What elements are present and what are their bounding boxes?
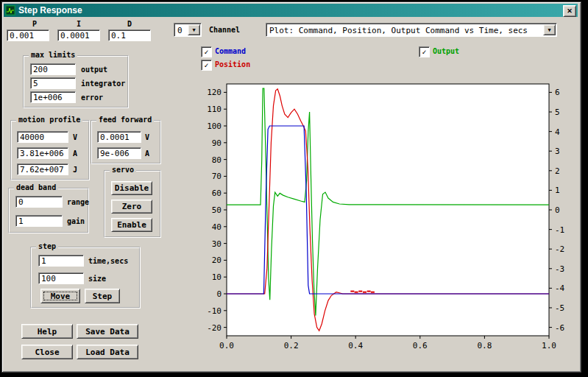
right-tick-label: 1: [555, 186, 560, 195]
x-tick-label: 0.2: [284, 341, 299, 350]
left-tick-label: 40: [212, 222, 222, 232]
right-tick-label: 0: [555, 205, 560, 215]
position-noise-mark: [355, 292, 358, 293]
plot-select-value: Plot: Command, Position, Output Command …: [269, 26, 528, 35]
close-window-button[interactable]: Close: [21, 345, 73, 359]
ff-accel-label: A: [145, 149, 149, 158]
zero-button[interactable]: Zero: [111, 200, 152, 214]
plot-select[interactable]: Plot: Command, Position, Output Command …: [266, 23, 557, 37]
motion-profile-title: motion profile: [16, 116, 82, 124]
left-tick-label: 30: [212, 239, 222, 249]
output-checkbox-label: Output: [433, 47, 459, 55]
right-tick-label: -2: [555, 244, 564, 254]
move-button-label: Move: [51, 292, 71, 301]
p-label: P: [13, 20, 57, 28]
left-tick-label: 90: [212, 138, 222, 148]
disable-button[interactable]: Disable: [111, 181, 152, 195]
channel-dropdown-icon[interactable]: ▼: [188, 24, 200, 35]
p-input[interactable]: [7, 29, 49, 41]
right-tick-label: 5: [555, 108, 560, 117]
max-error-input[interactable]: [30, 91, 76, 103]
left-tick-label: 100: [207, 121, 222, 131]
ff-accel-input[interactable]: [97, 147, 141, 159]
step-group: step time,secs size Move Step: [30, 247, 141, 309]
step-button[interactable]: Step: [85, 289, 120, 303]
dead-band-gain-label: gain: [67, 217, 85, 225]
max-output-label: output: [81, 66, 107, 74]
close-button[interactable]: ✕: [563, 5, 576, 17]
i-input[interactable]: [57, 29, 100, 41]
x-tick-label: 0.4: [348, 341, 363, 350]
accel-label: A: [73, 149, 77, 158]
max-limits-title: max limits: [29, 51, 77, 59]
left-tick-label: -20: [207, 323, 222, 333]
jerk-input[interactable]: [17, 163, 68, 175]
chart-panel: -20-100102030405060708090100110120-6-5-4…: [170, 71, 578, 364]
right-tick-label: -1: [555, 225, 564, 235]
feed-forward-title: feed forward: [96, 116, 154, 124]
left-tick-label: -10: [207, 306, 222, 316]
position-noise-mark: [367, 291, 371, 292]
step-size-input[interactable]: [38, 272, 84, 284]
x-tick-label: 0.8: [477, 341, 492, 350]
check-icon: ✓: [422, 48, 426, 56]
ff-velocity-input[interactable]: [97, 131, 141, 143]
d-input[interactable]: [108, 29, 151, 41]
dead-band-range-label: range: [67, 198, 89, 206]
velocity-label: V: [73, 133, 77, 141]
channel-select[interactable]: 0 ▼: [174, 23, 202, 37]
accel-input[interactable]: [17, 147, 68, 159]
step-time-label: time,secs: [88, 257, 128, 265]
left-tick-label: 110: [207, 105, 222, 114]
output-checkbox[interactable]: ✓: [419, 46, 430, 57]
dead-band-group: dead band range gain: [8, 188, 89, 233]
max-error-label: error: [81, 94, 103, 102]
right-tick-label: -4: [555, 283, 565, 293]
step-response-window: Step Response ✕ P I D 0 ▼ Channel Plot: …: [1, 1, 581, 373]
max-integrator-label: integrator: [81, 80, 125, 88]
app-icon: [5, 5, 15, 15]
titlebar[interactable]: Step Response ✕: [4, 4, 578, 17]
i-label: I: [57, 20, 100, 28]
max-integrator-input[interactable]: [30, 77, 76, 89]
channel-value: 0: [177, 26, 183, 35]
right-tick-label: -6: [555, 323, 564, 333]
left-tick-label: 70: [212, 172, 222, 181]
max-output-input[interactable]: [30, 63, 76, 75]
dead-band-range-input[interactable]: [15, 196, 63, 208]
command-checkbox[interactable]: ✓: [201, 46, 212, 57]
right-tick-label: -5: [555, 303, 564, 313]
close-icon: ✕: [567, 7, 573, 15]
help-button[interactable]: Help: [21, 324, 73, 339]
right-tick-label: 3: [555, 147, 560, 156]
right-tick-label: -3: [555, 264, 564, 274]
velocity-input[interactable]: [17, 131, 68, 143]
position-noise-mark: [350, 291, 354, 292]
position-noise-mark: [363, 292, 366, 293]
load-data-button[interactable]: Load Data: [77, 345, 138, 359]
right-tick-label: 4: [555, 127, 560, 137]
save-data-button[interactable]: Save Data: [77, 324, 138, 339]
left-tick-label: 0: [216, 289, 222, 299]
left-tick-label: 50: [212, 205, 222, 215]
plot-dropdown-icon[interactable]: ▼: [543, 24, 556, 35]
command-checkbox-label: Command: [215, 47, 246, 55]
check-icon: ✓: [204, 48, 208, 56]
ff-velocity-label: V: [145, 133, 149, 141]
dead-band-gain-input[interactable]: [15, 215, 63, 227]
left-tick-label: 60: [212, 188, 222, 198]
step-time-input[interactable]: [38, 255, 84, 267]
enable-button[interactable]: Enable: [111, 218, 152, 232]
x-tick-label: 0.6: [413, 341, 428, 350]
check-icon: ✓: [204, 61, 208, 69]
channel-label: Channel: [209, 26, 240, 34]
d-label: D: [108, 20, 151, 28]
move-button[interactable]: Move: [40, 289, 80, 303]
right-tick-label: 6: [555, 88, 560, 97]
chart-svg: -20-100102030405060708090100110120-6-5-4…: [170, 71, 578, 362]
position-checkbox[interactable]: ✓: [201, 60, 212, 71]
position-noise-mark: [371, 292, 375, 293]
left-tick-label: 120: [207, 88, 222, 97]
plot-area: [227, 84, 549, 336]
window-title: Step Response: [18, 5, 82, 15]
